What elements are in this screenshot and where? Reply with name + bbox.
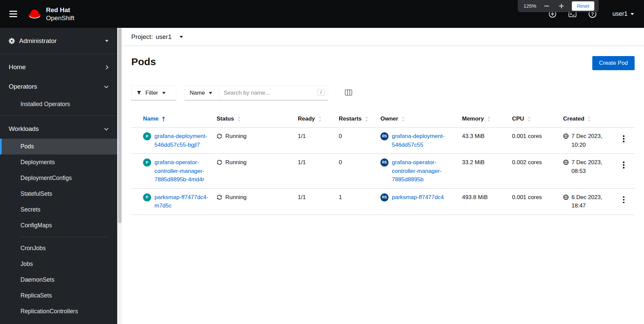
column-header-cpu[interactable]: CPU [512,110,563,128]
sort-icon [318,117,322,122]
sort-icon [402,117,405,122]
nav-group-workloads[interactable]: Workloads [0,119,117,139]
row-kebab-button[interactable] [619,133,629,145]
scrollbar-thumb[interactable] [118,28,122,223]
minus-icon [544,6,549,6]
column-header-owner[interactable]: Owner [380,110,462,128]
column-management-button[interactable] [343,87,354,99]
status-text: Running [225,132,246,141]
chevron-right-icon [104,65,108,70]
column-header-status[interactable]: Status [217,110,298,128]
filter-dropdown[interactable]: Filter [131,86,176,100]
nav-group-label: Operators [9,83,37,90]
memory-value: 43.3 MiB [462,133,485,139]
sort-icon [527,117,531,122]
row-kebab-button[interactable] [619,194,629,206]
brand-line1: Red Hat [46,6,75,14]
sort-icon [365,117,368,122]
sidebar-item-statefulsets[interactable]: StatefulSets [0,186,117,202]
slash-shortcut-hint: / [317,89,325,96]
column-header-actions [616,110,635,128]
sidebar-item-replicasets[interactable]: ReplicaSets [0,288,117,304]
sidebar: Administrator Home Operators Installed O… [0,28,117,324]
project-selector[interactable]: Project: user1 [131,33,183,41]
search-attribute-dropdown[interactable]: Name [184,86,219,100]
sidebar-item-cronjobs[interactable]: CronJobs [0,240,117,256]
nav-toggle-button[interactable] [5,4,22,24]
owner-link[interactable]: grafana-operator-controller-manager-7885… [392,158,459,184]
main-content: Project: user1 Pods Create Pod Filter [122,28,644,324]
sidebar-item-deploymentconfigs[interactable]: DeploymentConfigs [0,170,117,186]
user-menu[interactable]: user1 [612,10,634,17]
pod-link[interactable]: parksmap-ff7477dc4-m7d5c [154,193,213,210]
perspective-switcher[interactable]: Administrator [0,28,117,54]
status-text: Running [225,158,246,167]
chevron-down-icon [180,36,183,38]
sidebar-item-secrets[interactable]: Secrets [0,202,117,218]
filter-icon [137,91,141,95]
column-header-created[interactable]: Created [563,110,616,128]
column-label: CPU [512,115,524,122]
chevron-down-icon [631,13,634,15]
sidebar-item-jobs[interactable]: Jobs [0,256,117,272]
username: user1 [612,10,628,17]
sidebar-item-deployments[interactable]: Deployments [0,154,117,170]
sidebar-item-installed-operators[interactable]: Installed Operators [0,96,117,112]
sidebar-item-configmaps[interactable]: ConfigMaps [0,218,117,233]
memory-value: 33.2 MiB [462,159,485,166]
perspective-label: Administrator [19,37,57,45]
sidebar-item-replicationcontrollers[interactable]: ReplicationControllers [0,304,117,319]
zoom-level: 125% [523,3,536,9]
replicaset-badge: RS [380,132,388,140]
column-header-name[interactable]: Name [131,110,217,128]
filter-label: Filter [145,90,158,96]
status-text: Running [225,193,246,202]
create-pod-button[interactable]: Create Pod [592,56,635,70]
running-sync-icon [217,194,222,200]
table-header-row: Name Status [131,110,635,128]
zoom-reset-button[interactable]: Reset [572,1,594,11]
sidebar-scrollbar[interactable] [117,28,122,324]
pod-link[interactable]: grafana-operator-controller-manager-7885… [154,158,213,184]
chevron-down-icon [105,40,108,42]
restarts-value: 0 [339,133,342,139]
zoom-out-button[interactable] [542,4,551,8]
gear-icon [9,38,15,44]
nav-group-operators[interactable]: Operators [0,77,117,96]
zoom-in-button[interactable] [557,2,566,10]
replicaset-badge: RS [380,158,388,167]
sort-icon [588,117,591,122]
nav-group-label: Home [9,63,26,71]
sidebar-item-pods[interactable]: Pods [0,139,117,154]
page-title: Pods [131,56,156,67]
hamburger-icon [9,11,17,17]
list-toolbar: Filter Name / [131,86,635,100]
columns-icon [345,89,352,96]
cpu-value: 0.001 cores [512,133,542,139]
project-label: Project: [131,33,153,41]
column-header-memory[interactable]: Memory [462,110,512,128]
memory-value: 493.8 MiB [462,194,488,200]
sidebar-item-daemonsets[interactable]: DaemonSets [0,272,117,288]
pods-table: Name Status [131,110,635,215]
nav-group-home[interactable]: Home [0,57,117,77]
ready-value: 1/1 [298,159,306,166]
owner-link[interactable]: parksmap-ff7477dc4 [392,193,444,202]
column-label: Name [143,115,158,122]
table-row: P parksmap-ff7477dc4-m7d5c [131,188,635,215]
pod-badge: P [143,158,151,167]
column-label: Status [217,115,234,122]
project-bar: Project: user1 [122,28,644,46]
search-input[interactable] [219,86,328,100]
owner-link[interactable]: grafana-deployment-546dd57c55 [392,132,459,149]
running-sync-icon [217,159,222,165]
redhat-openshift-logo: Red Hat OpenShift [27,6,75,21]
column-header-ready[interactable]: Ready [298,110,339,128]
pod-link[interactable]: grafana-deployment-546dd57c55-bgjl7 [154,132,213,149]
search-attribute-label: Name [190,90,205,96]
row-kebab-button[interactable] [619,159,629,171]
column-label: Owner [380,115,398,122]
column-header-restarts[interactable]: Restarts [339,110,380,128]
sort-ascending-icon [162,117,165,122]
created-timestamp: 7 Dec 2023, 10:20 [571,132,611,149]
